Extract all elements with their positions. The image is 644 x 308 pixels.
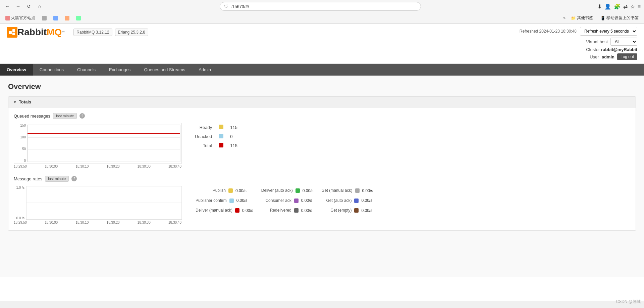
queued-messages-time-badge[interactable]: last minute	[53, 113, 77, 119]
rates-color-deliver-manual	[235, 208, 239, 213]
totals-title: Totals	[19, 99, 31, 104]
user-icon[interactable]: 👤	[604, 3, 611, 10]
rates-deliver-manual: Deliver (manual ack) 0.00/s	[192, 206, 257, 216]
cluster-row: Cluster rabbit@myRabbit	[520, 47, 637, 52]
bookmark-3[interactable]	[63, 15, 71, 21]
bookmark-icon-firefox	[5, 16, 10, 20]
rates-get-manual: Get (manual ack) 0.00/s	[317, 186, 377, 196]
rates-value-publisher-confirm: 0.00/s	[236, 198, 248, 203]
back-button[interactable]: ←	[3, 2, 11, 10]
user-row: User admin Log out	[520, 53, 637, 60]
message-rates-time-badge[interactable]: last minute	[45, 176, 69, 182]
legend-value-ready: 115	[227, 123, 241, 132]
totals-section-header[interactable]: ▼ Totals	[8, 97, 636, 107]
nav-item-connections[interactable]: Connections	[33, 64, 70, 76]
bookmark-2[interactable]	[51, 15, 60, 21]
legend-color-unacked	[219, 134, 223, 138]
rates-color-get-manual	[355, 188, 360, 193]
legend-label-unacked: Unacked	[192, 132, 215, 141]
totals-arrow: ▼	[13, 100, 17, 104]
more-menu-icon[interactable]: ≡	[638, 3, 641, 9]
nav-item-channels[interactable]: Channels	[70, 64, 102, 76]
svg-rect-0	[9, 31, 12, 34]
mobile-bookmarks[interactable]: 📱 移动设备上的书签	[598, 14, 641, 21]
rates-label-publisher-confirm: Publisher confirm	[196, 198, 227, 204]
address-bar[interactable]: 🛡 :15673/#/	[220, 2, 421, 11]
refresh-select[interactable]: Refresh every 5 seconds	[580, 27, 637, 36]
logo-icon	[7, 27, 17, 38]
svg-rect-1	[12, 29, 15, 32]
message-rates-chart-with-yaxis: 1.0 /s 0.0 /s	[14, 186, 181, 220]
message-rates-label: Message rates	[14, 176, 42, 181]
legend-label-ready: Ready	[192, 123, 215, 132]
cluster-value: rabbit@myRabbit	[601, 47, 637, 52]
svg-text:50: 50	[22, 147, 26, 151]
bookmark-icon-2	[53, 16, 58, 20]
bookmark-icon-1	[42, 16, 47, 20]
nav-item-overview[interactable]: Overview	[0, 64, 33, 76]
legend-row-ready: Ready 115	[192, 123, 241, 132]
message-rates-help[interactable]: ?	[71, 176, 77, 181]
rates-consumer-ack: Consumer ack 0.00/s	[257, 196, 318, 206]
nav-item-exchanges[interactable]: Exchanges	[102, 64, 137, 76]
back-forward-icon[interactable]: ⇄	[623, 3, 628, 10]
rates-label-get-empty: Get (empty)	[321, 208, 352, 213]
bookmark-firefox[interactable]: 火狐官方站点	[3, 14, 37, 21]
queued-messages-help[interactable]: ?	[79, 113, 85, 119]
rates-get-auto: Get (auto ack) 0.00/s	[317, 196, 377, 206]
main-content: Overview ▼ Totals Queued messages last m…	[0, 76, 644, 277]
logo-text-mq: MQ	[47, 27, 62, 38]
rates-col-1: Publish 0.00/s Publisher confirm 0.00/s	[192, 186, 257, 216]
queued-messages-chart-area: 150 100 50 0	[14, 123, 181, 169]
rates-color-get-auto	[354, 199, 359, 203]
y-axis-labels: 1.0 /s 0.0 /s	[14, 186, 26, 220]
rates-color-get-empty	[354, 208, 359, 213]
rates-label-publish: Publish	[196, 188, 226, 193]
svg-text:100: 100	[20, 135, 26, 139]
rates-label-get-auto: Get (auto ack)	[321, 198, 352, 204]
bookmark-icon[interactable]: ☆	[630, 3, 635, 10]
message-rates-container: Message rates last minute ? 1.0 /s 0.0 /…	[14, 176, 630, 225]
totals-section: ▼ Totals Queued messages last minute ?	[8, 96, 636, 231]
queued-messages-label: Queued messages	[14, 114, 50, 119]
message-rates-title: Message rates last minute ?	[14, 176, 630, 182]
rates-value-consumer-ack: 0.00/s	[301, 198, 312, 203]
bookmark-1[interactable]	[40, 15, 49, 21]
message-rates-chart-area: 1.0 /s 0.0 /s	[14, 186, 181, 225]
reload-button[interactable]: ↺	[25, 2, 33, 10]
rates-value-publish: 0.00/s	[235, 188, 247, 193]
rates-value-redelivered: 0.00/s	[301, 208, 312, 213]
queued-messages-title: Queued messages last minute ?	[14, 113, 630, 119]
home-button[interactable]: ⌂	[36, 2, 44, 10]
bookmark-icon-4	[76, 16, 81, 20]
erlang-version: Erlang 25.3.2.8	[115, 29, 148, 36]
bookmark-4[interactable]	[74, 15, 83, 21]
nav-item-queues[interactable]: Queues and Streams	[137, 64, 192, 76]
bookmarks-bar: 火狐官方站点 » 📁 其他书签 📱 移动设备上的书签	[0, 13, 644, 23]
legend-row-total: Total 115	[192, 141, 241, 150]
queued-messages-chart-row: 150 100 50 0	[14, 123, 630, 169]
svg-rect-2	[12, 33, 15, 35]
svg-rect-7	[28, 125, 180, 162]
nav-item-admin[interactable]: Admin	[192, 64, 218, 76]
more-bookmarks-btn[interactable]: »	[563, 16, 566, 20]
rates-value-get-manual: 0.00/s	[362, 188, 373, 193]
rates-color-consumer-ack	[294, 199, 299, 203]
rates-value-deliver-manual: 0.00/s	[242, 208, 253, 213]
download-icon[interactable]: ⬇	[597, 3, 602, 10]
queued-x-labels: 18:29:50 18:30:00 18:30:10 18:30:20 18:3…	[14, 164, 181, 169]
forward-button[interactable]: →	[14, 2, 22, 10]
other-bookmarks[interactable]: 📁 其他书签	[569, 14, 595, 21]
logout-button[interactable]: Log out	[617, 53, 637, 60]
y-min-label: 0.0 /s	[16, 216, 24, 220]
rates-deliver-auto: Deliver (auto ack) 0.00/s	[257, 186, 318, 196]
vhost-select[interactable]: All	[610, 38, 637, 46]
puzzle-icon[interactable]: 🧩	[614, 3, 621, 10]
legend-row-unacked: Unacked 0	[192, 132, 241, 141]
legend-table: Ready 115 Unacked 0 Total	[192, 123, 241, 150]
browser-chrome: ← → ↺ ⌂ 🛡 :15673/#/ ⬇ 👤 🧩 ⇄ ☆ ≡ 火狐官方站点 »…	[0, 0, 644, 24]
rates-legend: Publish 0.00/s Publisher confirm 0.00/s	[192, 186, 377, 216]
bookmark-icon-3	[65, 16, 69, 20]
app-nav: Overview Connections Channels Exchanges …	[0, 64, 644, 76]
rates-value-get-empty: 0.00/s	[361, 208, 372, 213]
